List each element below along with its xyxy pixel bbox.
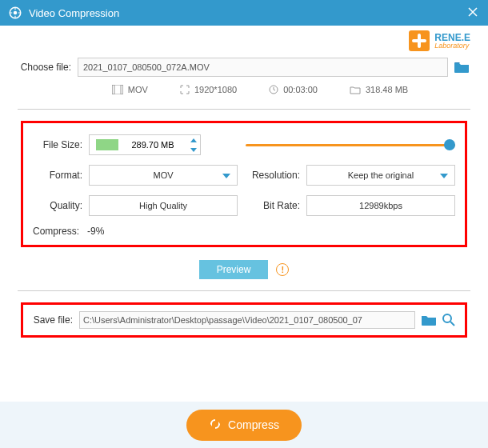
window-title: Video Compression (29, 7, 119, 19)
folder-outline-icon (350, 86, 361, 94)
meta-duration: 00:03:00 (269, 85, 318, 94)
choose-file-input[interactable]: 2021_0107_080500_072A.MOV (78, 58, 448, 77)
filesize-slider[interactable] (246, 134, 455, 155)
file-meta-row: MOV 1920*1080 00:03:00 318.48 MB (18, 85, 470, 94)
format-dropdown[interactable]: MOV (89, 165, 238, 186)
svg-rect-4 (121, 85, 123, 94)
svg-point-1 (14, 11, 18, 15)
footer: Compress (0, 402, 488, 448)
quality-field[interactable]: High Quality (89, 195, 238, 216)
refresh-icon (209, 418, 222, 433)
filesize-value: 289.70 MB (118, 140, 187, 150)
app-icon (8, 6, 22, 20)
compress-button[interactable]: Compress (186, 410, 302, 441)
filesize-label: File Size: (33, 139, 89, 150)
save-folder-icon[interactable] (420, 312, 438, 328)
svg-point-6 (443, 314, 451, 322)
close-button[interactable] (464, 3, 482, 21)
browse-folder-icon[interactable] (453, 59, 470, 75)
filesize-down[interactable] (187, 145, 200, 154)
svg-rect-2 (112, 85, 123, 94)
filesize-input[interactable]: 289.70 MB (89, 134, 201, 155)
divider-2 (18, 290, 470, 291)
search-icon[interactable] (441, 312, 457, 328)
meta-format: MOV (112, 85, 148, 94)
warning-icon[interactable]: ! (276, 263, 289, 276)
filesize-up[interactable] (187, 135, 200, 145)
bitrate-label: Bit Rate: (250, 200, 306, 211)
divider-1 (18, 109, 470, 110)
filesize-bar (96, 139, 118, 150)
compress-ratio: Compress: -9% (33, 226, 455, 237)
meta-size: 318.48 MB (350, 85, 408, 94)
format-label: Format: (33, 170, 89, 181)
choose-file-row: Choose file: 2021_0107_080500_072A.MOV (18, 58, 470, 77)
titlebar: Video Compression (0, 0, 488, 26)
svg-rect-3 (112, 85, 114, 94)
expand-icon (180, 85, 190, 94)
film-icon (112, 85, 123, 94)
resolution-dropdown[interactable]: Keep the original (306, 165, 455, 186)
choose-file-label: Choose file: (18, 62, 78, 73)
chevron-down-icon (440, 174, 448, 178)
save-file-row: Save file: C:\Users\Administrator\Deskto… (21, 302, 467, 338)
preview-button[interactable]: Preview (199, 260, 269, 279)
slider-thumb[interactable] (444, 139, 455, 150)
quality-label: Quality: (33, 200, 89, 211)
preview-row: Preview ! (18, 260, 470, 279)
save-file-input[interactable]: C:\Users\Administrator\Desktop\passage\V… (79, 311, 415, 329)
resolution-label: Resolution: (250, 170, 306, 181)
chevron-down-icon (222, 174, 230, 178)
settings-panel: File Size: 289.70 MB Forma (21, 121, 467, 247)
save-file-label: Save file: (31, 314, 79, 326)
meta-resolution: 1920*1080 (180, 85, 237, 94)
slider-track (246, 144, 455, 146)
clock-icon (269, 85, 278, 94)
bitrate-field[interactable]: 12989kbps (306, 195, 455, 216)
